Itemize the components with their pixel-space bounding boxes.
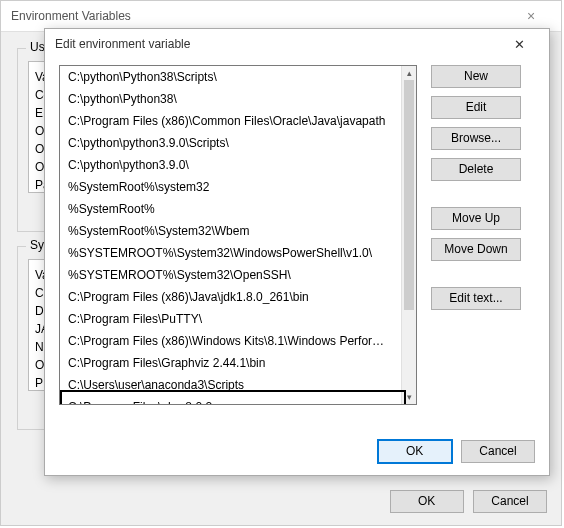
- ok-button[interactable]: OK: [378, 440, 452, 463]
- env-vars-title: Environment Variables: [11, 9, 511, 23]
- scrollbar[interactable]: ▴ ▾: [401, 66, 416, 404]
- outer-ok-button[interactable]: OK: [390, 490, 464, 513]
- edit-button[interactable]: Edit: [431, 96, 521, 119]
- close-icon[interactable]: ×: [511, 8, 551, 24]
- list-item[interactable]: C:\Program Files\PuTTY\: [60, 308, 402, 330]
- list-item[interactable]: C:\Program Files (x86)\Java\jdk1.8.0_261…: [60, 286, 402, 308]
- list-item[interactable]: %SystemRoot%\system32: [60, 176, 402, 198]
- side-button-column: New Edit Browse... Delete Move Up Move D…: [417, 65, 535, 405]
- list-item[interactable]: C:\Program Files (x86)\Windows Kits\8.1\…: [60, 330, 402, 352]
- list-item[interactable]: C:\Program Files\php-8.0.2: [60, 396, 402, 404]
- list-item[interactable]: C:\python\Python38\: [60, 88, 402, 110]
- path-list-inner: C:\python\Python38\Scripts\C:\python\Pyt…: [60, 66, 402, 404]
- list-item[interactable]: C:\python\Python38\Scripts\: [60, 66, 402, 88]
- list-item[interactable]: %SYSTEMROOT%\System32\WindowsPowerShell\…: [60, 242, 402, 264]
- list-item[interactable]: C:\Program Files\Graphviz 2.44.1\bin: [60, 352, 402, 374]
- list-item[interactable]: %SystemRoot%\System32\Wbem: [60, 220, 402, 242]
- scroll-thumb[interactable]: [404, 80, 414, 310]
- move-down-button[interactable]: Move Down: [431, 238, 521, 261]
- env-vars-bottom-buttons: OK Cancel: [384, 490, 547, 513]
- list-item[interactable]: C:\python\python3.9.0\Scripts\: [60, 132, 402, 154]
- delete-button[interactable]: Delete: [431, 158, 521, 181]
- list-item[interactable]: C:\Program Files (x86)\Common Files\Orac…: [60, 110, 402, 132]
- list-item[interactable]: %SYSTEMROOT%\System32\OpenSSH\: [60, 264, 402, 286]
- list-item[interactable]: %SystemRoot%: [60, 198, 402, 220]
- cancel-button[interactable]: Cancel: [461, 440, 535, 463]
- edit-text-button[interactable]: Edit text...: [431, 287, 521, 310]
- new-button[interactable]: New: [431, 65, 521, 88]
- move-up-button[interactable]: Move Up: [431, 207, 521, 230]
- edit-env-var-bottom-buttons: OK Cancel: [372, 440, 535, 463]
- edit-env-var-titlebar: Edit environment variable ✕: [45, 29, 549, 59]
- edit-env-var-dialog: Edit environment variable ✕ C:\python\Py…: [44, 28, 550, 476]
- browse-button[interactable]: Browse...: [431, 127, 521, 150]
- outer-cancel-button[interactable]: Cancel: [473, 490, 547, 513]
- list-item[interactable]: C:\python\python3.9.0\: [60, 154, 402, 176]
- edit-env-var-body: C:\python\Python38\Scripts\C:\python\Pyt…: [45, 59, 549, 419]
- list-item[interactable]: C:\Users\user\anaconda3\Scripts: [60, 374, 402, 396]
- path-listbox[interactable]: C:\python\Python38\Scripts\C:\python\Pyt…: [59, 65, 417, 405]
- close-icon[interactable]: ✕: [499, 37, 539, 52]
- edit-env-var-title: Edit environment variable: [55, 37, 499, 51]
- scroll-down-icon[interactable]: ▾: [402, 390, 416, 404]
- scroll-up-icon[interactable]: ▴: [402, 66, 416, 80]
